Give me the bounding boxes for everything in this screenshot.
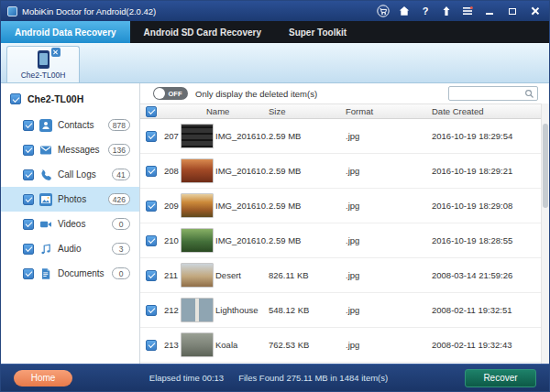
thumbnail xyxy=(181,158,214,183)
sidebar-device-header: Che2-TL00H xyxy=(1,91,139,113)
search-input[interactable] xyxy=(452,89,524,98)
device-name: Che2-TL00H xyxy=(21,71,66,80)
table-row[interactable]: 209 IMG_201610... 2.59 MB .jpg 2016-10-1… xyxy=(140,189,549,223)
thumbnail xyxy=(181,193,214,218)
count-badge: 878 xyxy=(108,119,130,131)
arrow-up-icon[interactable] xyxy=(440,5,453,17)
file-date: 2016-10-19 18:29:21 xyxy=(432,166,549,176)
count-badge: 136 xyxy=(108,144,130,156)
filter-label: Only display the deleted item(s) xyxy=(195,89,441,99)
file-format: .jpg xyxy=(346,340,432,350)
item-checkbox[interactable] xyxy=(23,194,34,205)
row-number: 207 xyxy=(159,131,181,141)
home-icon[interactable] xyxy=(398,5,411,17)
row-checkbox[interactable] xyxy=(146,201,157,212)
deleted-filter-toggle[interactable]: OFF xyxy=(153,87,188,100)
item-checkbox[interactable] xyxy=(23,219,34,230)
file-date: 2008-03-14 21:59:26 xyxy=(432,270,549,280)
documents-icon xyxy=(39,267,52,280)
search-box xyxy=(448,86,538,101)
file-format: .jpg xyxy=(346,131,432,141)
row-checkbox[interactable] xyxy=(146,131,157,142)
tab-super-toolkit[interactable]: Super Toolkit xyxy=(275,21,360,43)
count-badge: 41 xyxy=(112,169,130,180)
item-checkbox[interactable] xyxy=(23,244,34,255)
recover-button[interactable]: Recover xyxy=(465,369,536,387)
menu-icon[interactable] xyxy=(461,5,474,17)
table-row[interactable]: 210 IMG_201610... 2.59 MB .jpg 2016-10-1… xyxy=(140,223,549,258)
file-date: 2008-02-11 19:32:51 xyxy=(432,305,549,315)
file-date: 2016-10-19 18:29:08 xyxy=(432,201,549,211)
count-badge: 3 xyxy=(112,243,130,255)
column-header-size[interactable]: Size xyxy=(269,106,346,116)
sidebar-item-documents[interactable]: Documents 0 xyxy=(1,261,139,286)
row-checkbox[interactable] xyxy=(146,340,157,351)
item-checkbox[interactable] xyxy=(23,169,34,180)
item-checkbox[interactable] xyxy=(23,145,34,156)
scrollbar-thumb[interactable] xyxy=(543,124,548,208)
file-name: IMG_201610... xyxy=(215,201,269,211)
phone-icon xyxy=(38,50,50,69)
sidebar-item-audio[interactable]: Audio 3 xyxy=(1,236,139,261)
tab-android-sd-card-recovery[interactable]: Android SD Card Recovery xyxy=(130,21,275,43)
table-row[interactable]: 213 Koala 762.53 KB .jpg 2008-02-11 19:3… xyxy=(140,328,549,363)
count-badge: 0 xyxy=(112,267,130,279)
thumbnail xyxy=(181,263,214,288)
file-name: Lighthouse xyxy=(215,305,269,315)
row-checkbox[interactable] xyxy=(146,305,157,316)
file-format: .jpg xyxy=(346,305,432,315)
column-header-date[interactable]: Date Created xyxy=(432,106,549,116)
item-checkbox[interactable] xyxy=(23,120,34,131)
close-button[interactable] xyxy=(528,5,543,17)
body: Che2-TL00H Contacts 878 Messages 136 Cal… xyxy=(1,83,549,364)
home-button[interactable]: Home xyxy=(14,370,72,387)
help-icon[interactable]: ? xyxy=(419,5,432,17)
row-number: 208 xyxy=(159,166,181,176)
tab-android-data-recovery[interactable]: Android Data Recovery xyxy=(1,21,130,43)
cart-icon[interactable] xyxy=(377,5,390,17)
table-row[interactable]: 207 IMG_201610... 2.59 MB .jpg 2016-10-1… xyxy=(140,119,549,154)
window-title: MobiKin Doctor for Android(2.0.42) xyxy=(22,6,377,16)
maximize-icon xyxy=(509,8,516,15)
row-checkbox[interactable] xyxy=(146,270,157,281)
minimize-button[interactable] xyxy=(482,5,497,17)
device-card[interactable]: Che2-TL00H xyxy=(6,46,80,82)
row-checkbox[interactable] xyxy=(146,166,157,177)
disconnect-device-icon[interactable] xyxy=(51,48,60,57)
search-icon[interactable] xyxy=(524,89,534,99)
tab-bar: Android Data Recovery Android SD Card Re… xyxy=(1,21,549,43)
sidebar-item-contacts[interactable]: Contacts 878 xyxy=(1,113,139,137)
row-number: 209 xyxy=(159,201,181,211)
column-header-format[interactable]: Format xyxy=(346,106,432,116)
table-row[interactable]: 212 Lighthouse 548.12 KB .jpg 2008-02-11… xyxy=(140,293,549,328)
table-row[interactable]: 211 Desert 826.11 KB .jpg 2008-03-14 21:… xyxy=(140,258,549,293)
file-name: IMG_201610... xyxy=(215,131,269,141)
app-icon xyxy=(7,6,17,16)
file-size: 826.11 KB xyxy=(269,270,346,280)
vertical-scrollbar[interactable] xyxy=(541,103,549,364)
device-checkbox[interactable] xyxy=(10,93,21,104)
sidebar-item-videos[interactable]: Videos 0 xyxy=(1,212,139,236)
item-checkbox[interactable] xyxy=(23,268,34,279)
thumbnail xyxy=(181,124,214,148)
contacts-icon xyxy=(39,119,52,132)
table-body: 207 IMG_201610... 2.59 MB .jpg 2016-10-1… xyxy=(140,119,549,364)
row-number: 213 xyxy=(159,340,181,350)
column-header-name[interactable]: Name xyxy=(159,106,269,116)
file-name: IMG_201610... xyxy=(215,166,269,176)
sidebar-item-call-logs[interactable]: Call Logs 41 xyxy=(1,162,139,187)
sidebar-item-messages[interactable]: Messages 136 xyxy=(1,137,139,162)
row-checkbox[interactable] xyxy=(146,235,157,246)
elapsed-time: Elapsed time 00:13 xyxy=(149,373,224,383)
minimize-icon xyxy=(486,13,493,15)
select-all-checkbox[interactable] xyxy=(146,106,157,117)
file-size: 548.12 KB xyxy=(269,305,346,315)
file-size: 2.59 MB xyxy=(269,166,346,176)
thumbnail xyxy=(181,332,214,357)
file-format: .jpg xyxy=(346,235,432,245)
sidebar-item-photos[interactable]: Photos 426 xyxy=(1,187,139,212)
table-row[interactable]: 208 IMG_201610... 2.59 MB .jpg 2016-10-1… xyxy=(140,154,549,189)
sidebar-items: Contacts 878 Messages 136 Call Logs 41 P… xyxy=(1,113,139,286)
file-size: 2.59 MB xyxy=(269,131,346,141)
maximize-button[interactable] xyxy=(505,5,520,17)
